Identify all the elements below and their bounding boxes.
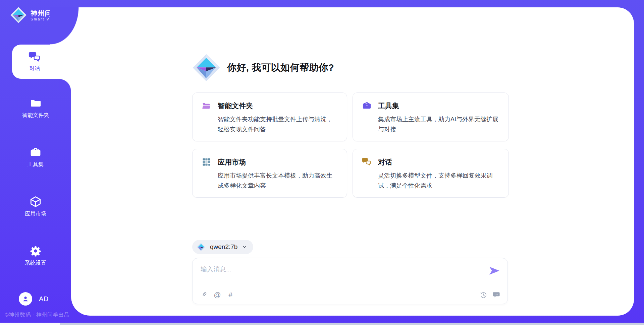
feature-cards: 智能文件夹 智能文件夹功能支持批量文件上传与清洗，轻松实现文件问答 <box>192 92 509 198</box>
sidebar-item-app-market[interactable]: 应用市场 <box>0 196 71 217</box>
brand-gem-icon <box>10 7 27 23</box>
card-description: 灵活切换多模型文件，支持多样回复效果调试，满足个性化需求 <box>378 171 500 191</box>
person-icon <box>21 295 30 303</box>
sidebar-item-settings[interactable]: 系统设置 <box>0 245 71 267</box>
sidebar-item-smart-folder[interactable]: 智能文件夹 <box>0 97 71 119</box>
feedback-button[interactable] <box>492 291 500 299</box>
folder-icon <box>29 97 42 109</box>
send-icon <box>489 266 500 276</box>
composer-divider <box>198 284 502 284</box>
composer-right-tools <box>480 291 500 299</box>
attachment-button[interactable] <box>201 291 208 299</box>
card-chat[interactable]: 对话 灵活切换多模型文件，支持多样回复效果调试，满足个性化需求 <box>353 149 509 198</box>
chat-icon <box>362 157 372 167</box>
folder-open-icon <box>201 101 212 111</box>
send-button[interactable] <box>489 266 500 276</box>
sidebar-item-label: 工具集 <box>28 161 44 168</box>
tab-connector-top <box>50 7 79 45</box>
main-panel: 你好, 我可以如何帮助你? 智能文件夹 智能文件夹功能支持批量文件上传与清洗，轻… <box>71 7 634 316</box>
sidebar-item-chat[interactable]: 对话 <box>12 45 71 79</box>
greeting-title: 你好, 我可以如何帮助你? <box>227 61 334 74</box>
greeting-block: 你好, 我可以如何帮助你? <box>192 54 334 82</box>
card-app-market[interactable]: 应用市场 应用市场提供丰富长文本模板，助力高效生成多样化文章内容 <box>192 149 347 198</box>
sidebar-item-label: 对话 <box>30 65 40 72</box>
horizontal-scrollbar[interactable] <box>0 323 644 325</box>
card-toolset[interactable]: 工具集 集成市场上主流工具，助力AI与外界无缝扩展与对接 <box>353 92 509 141</box>
sidebar-item-toolset[interactable]: 工具集 <box>0 146 71 168</box>
model-gem-icon <box>197 243 206 252</box>
composer-toolbar: @ # <box>201 291 234 299</box>
tab-connector-bottom <box>59 79 71 91</box>
card-title: 应用市场 <box>218 157 246 167</box>
model-name: qwen2:7b <box>210 243 237 251</box>
sidebar-item-label: 应用市场 <box>25 210 46 217</box>
user-account[interactable]: AD <box>19 292 49 306</box>
comment-icon <box>492 291 500 299</box>
card-title: 智能文件夹 <box>218 101 253 111</box>
chevron-down-icon <box>242 244 247 250</box>
hash-icon: # <box>228 291 232 299</box>
mention-button[interactable]: @ <box>214 291 221 299</box>
chat-icon <box>29 51 41 63</box>
card-smart-folder[interactable]: 智能文件夹 智能文件夹功能支持批量文件上传与清洗，轻松实现文件问答 <box>192 92 347 141</box>
app-root: 你好, 我可以如何帮助你? 智能文件夹 智能文件夹功能支持批量文件上传与清洗，轻… <box>0 0 644 325</box>
briefcase-icon <box>29 146 42 158</box>
paperclip-icon <box>201 291 207 299</box>
sidebar-item-label: 系统设置 <box>25 260 46 267</box>
message-input[interactable] <box>201 264 476 275</box>
at-sign-icon: @ <box>214 291 221 299</box>
avatar <box>19 292 32 306</box>
model-selector[interactable]: qwen2:7b <box>192 240 253 254</box>
message-composer: @ # <box>192 258 508 304</box>
card-description: 智能文件夹功能支持批量文件上传与清洗，轻松实现文件问答 <box>218 114 338 134</box>
card-description: 集成市场上主流工具，助力AI与外界无缝扩展与对接 <box>378 114 500 134</box>
card-title: 对话 <box>378 157 392 167</box>
copyright-footer: ©神州数码 · 神州问学出品 <box>5 312 69 319</box>
history-icon <box>480 291 487 299</box>
briefcase-icon <box>362 101 372 111</box>
history-button[interactable] <box>480 291 487 299</box>
card-description: 应用市场提供丰富长文本模板，助力高效生成多样化文章内容 <box>218 171 338 191</box>
scrollbar-thumb[interactable] <box>60 323 644 325</box>
user-name: AD <box>39 295 49 303</box>
brand-gem-icon <box>192 54 220 82</box>
sidebar-item-label: 智能文件夹 <box>22 112 49 119</box>
gear-icon <box>29 245 42 257</box>
card-title: 工具集 <box>378 101 399 111</box>
cube-icon <box>29 196 42 208</box>
grid-cube-icon <box>201 157 212 167</box>
topic-button[interactable]: # <box>227 291 234 299</box>
